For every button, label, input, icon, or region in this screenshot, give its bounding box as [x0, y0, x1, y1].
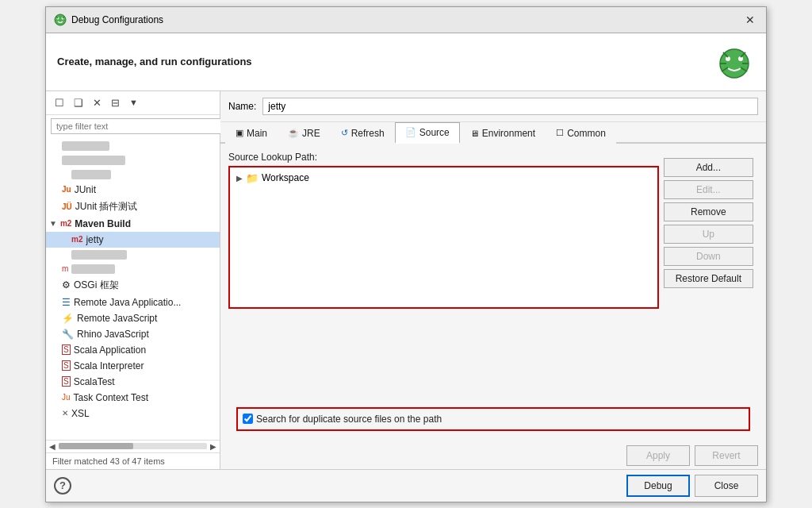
tab-source[interactable]: 📄 Source: [395, 122, 460, 144]
list-item[interactable]: [46, 167, 220, 182]
sidebar-item-rhino-js[interactable]: 🔧 Rhino JavaScript: [46, 326, 220, 342]
bug-logo-icon: [714, 41, 755, 83]
duplicate-source-label: Search for duplicate source files on the…: [256, 414, 442, 425]
scala-app-icon: S: [62, 344, 71, 355]
list-item[interactable]: [46, 153, 220, 167]
m2-icon: m: [62, 264, 68, 273]
filter-input[interactable]: [51, 118, 224, 134]
task-context-icon: Ju: [62, 393, 71, 402]
debug-configurations-dialog: Debug Configurations ✕ Create, manage, a…: [45, 6, 767, 502]
sidebar-item-scalatest[interactable]: S ScalaTest: [46, 374, 220, 390]
sidebar-item-maven-build[interactable]: ▼ m2 Maven Build: [46, 216, 220, 232]
sidebar-item-remote-js[interactable]: ⚡ Remote JavaScript: [46, 310, 220, 326]
tab-refresh[interactable]: ↺ Refresh: [331, 122, 395, 144]
sidebar-item-scala-app[interactable]: S Scala Application: [46, 342, 220, 358]
close-window-button[interactable]: ✕: [742, 12, 758, 28]
maven-icon: m2: [60, 219, 71, 228]
tab-jre[interactable]: ☕ JRE: [278, 122, 331, 144]
main-body: ☐ ❑ ✕ ⊟ ▼: [46, 91, 766, 469]
sidebar-item-label: Scala Application: [74, 344, 146, 356]
svg-point-0: [55, 14, 66, 25]
sidebar-item-junit[interactable]: Ju JUnit: [46, 182, 220, 198]
collapse-all-button[interactable]: ⊟: [107, 94, 124, 111]
tab-main[interactable]: ▣ Main: [225, 122, 278, 144]
sidebar-item-label: Remote JavaScript: [77, 313, 157, 324]
help-button[interactable]: ?: [54, 477, 71, 495]
sidebar-item-xsl[interactable]: ✕ XSL: [46, 406, 220, 421]
sidebar-item-task-context[interactable]: Ju Task Context Test: [46, 390, 220, 406]
edit-button[interactable]: Edit...: [664, 180, 753, 199]
common-tab-icon: ☐: [556, 128, 564, 138]
workspace-item[interactable]: ▶ 📁 Workspace: [233, 171, 654, 186]
tab-label: Common: [567, 128, 606, 139]
copy-config-button[interactable]: ❑: [70, 94, 87, 111]
checkbox-row: Search for duplicate source files on the…: [243, 414, 744, 425]
sidebar-item-jetty[interactable]: m2 jetty: [46, 232, 220, 248]
expand-arrow-icon: ▼: [49, 219, 57, 228]
list-item[interactable]: [46, 139, 220, 153]
source-action-buttons: Add... Edit... Remove Up Down Restore De…: [659, 152, 758, 401]
sidebar-item-scala-interp[interactable]: S Scala Interpreter: [46, 358, 220, 374]
apply-button[interactable]: Apply: [626, 445, 690, 466]
tab-label: Refresh: [351, 128, 385, 139]
tab-environment[interactable]: 🖥 Environment: [460, 122, 546, 144]
revert-button[interactable]: Revert: [695, 445, 758, 466]
sidebar: ☐ ❑ ✕ ⊟ ▼: [46, 91, 220, 469]
filter-dropdown-button[interactable]: ▼: [125, 95, 142, 110]
name-input[interactable]: [262, 98, 758, 115]
scroll-right-button[interactable]: ▶: [210, 442, 216, 451]
main-tab-icon: ▣: [236, 128, 243, 138]
sidebar-item-junit-plugin[interactable]: JÜ JUnit 插件测试: [46, 198, 220, 216]
osgi-icon: ⚙: [62, 279, 71, 291]
sidebar-item-label: XSL: [71, 408, 90, 419]
name-row: Name:: [220, 91, 766, 122]
workspace-expand-icon: ▶: [236, 174, 243, 183]
sidebar-item-label: Maven Build: [75, 218, 131, 229]
delete-config-button[interactable]: ✕: [89, 94, 105, 111]
blurred-label: [71, 170, 111, 179]
debug-button[interactable]: Debug: [626, 475, 690, 497]
tab-common[interactable]: ☐ Common: [546, 122, 616, 144]
jetty-icon: m2: [71, 235, 82, 244]
jre-tab-icon: ☕: [288, 128, 299, 138]
workspace-label: Workspace: [262, 172, 309, 183]
sidebar-item-label: JUnit 插件测试: [75, 200, 138, 214]
restore-default-button[interactable]: Restore Default: [664, 269, 753, 288]
sidebar-item-label: Task Context Test: [74, 392, 149, 403]
apply-revert-row: Apply Revert: [220, 442, 766, 469]
title-bar: Debug Configurations ✕: [46, 7, 766, 33]
source-content-row: Source Lookup Path: ▶ 📁 Workspace Add...…: [228, 152, 758, 401]
add-button[interactable]: Add...: [664, 158, 753, 177]
remove-button[interactable]: Remove: [664, 202, 753, 221]
dialog-footer: ? Debug Close: [46, 469, 766, 502]
sidebar-item-label: jetty: [86, 234, 103, 245]
junit-plugin-icon: JÜ: [62, 202, 72, 211]
down-button[interactable]: Down: [664, 247, 753, 266]
new-config-button[interactable]: ☐: [51, 94, 68, 111]
sidebar-item-osgi[interactable]: ⚙ OSGi 框架: [46, 276, 220, 294]
up-button[interactable]: Up: [664, 225, 753, 244]
sidebar-item-remote-java[interactable]: ☰ Remote Java Applicatio...: [46, 294, 220, 310]
tab-label: Main: [247, 128, 267, 139]
close-button[interactable]: Close: [695, 475, 758, 497]
tabs-bar: ▣ Main ☕ JRE ↺ Refresh 📄 Source 🖥 En: [220, 122, 766, 144]
horizontal-scrollbar-thumb[interactable]: [59, 443, 133, 449]
list-item[interactable]: [46, 248, 220, 262]
sidebar-item-label: ScalaTest: [74, 376, 115, 387]
blurred-label: [71, 250, 127, 260]
list-item[interactable]: m: [46, 262, 220, 276]
sidebar-item-label: Scala Interpreter: [74, 360, 144, 371]
center-panel: Source Lookup Path: ▶ 📁 Workspace: [228, 152, 659, 401]
debug-button-label: Debug: [644, 480, 672, 491]
refresh-tab-icon: ↺: [341, 128, 348, 138]
duplicate-source-checkbox[interactable]: [243, 414, 253, 424]
content-area: Source Lookup Path: ▶ 📁 Workspace Add...…: [220, 144, 766, 442]
name-label: Name:: [228, 101, 256, 112]
sidebar-list: Ju JUnit JÜ JUnit 插件测试 ▼ m2 Maven Build …: [46, 137, 220, 440]
remote-java-icon: ☰: [62, 297, 71, 308]
sidebar-item-label: Remote Java Applicatio...: [74, 297, 181, 308]
scroll-left-button[interactable]: ◀: [49, 442, 56, 451]
sidebar-item-label: OSGi 框架: [74, 279, 119, 292]
duplicate-source-section: Search for duplicate source files on the…: [236, 407, 750, 431]
sidebar-toolbar: ☐ ❑ ✕ ⊟ ▼: [46, 91, 220, 115]
